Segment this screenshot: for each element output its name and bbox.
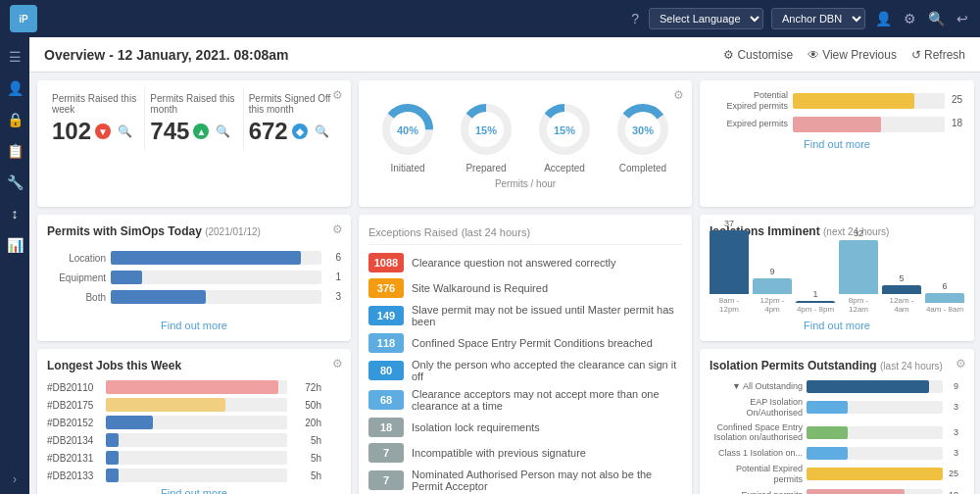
exception-item-5: 68 Clearance acceptors may not accept mo… <box>368 388 682 412</box>
isolation-outstanding-card: ⚙ Isolation Permits Outstanding (last 24… <box>700 349 974 494</box>
find-out-more-jobs[interactable]: Find out more <box>47 487 341 494</box>
sidebar-item-menu[interactable]: ☰ <box>3 45 26 69</box>
donut-chart-accepted: 15% <box>535 100 594 159</box>
job-bar-1 <box>106 380 278 394</box>
customise-button[interactable]: ⚙ Customise <box>723 48 793 62</box>
iso-row-1: EAP Isolation On/Authorised 3 <box>710 397 943 419</box>
search-icon[interactable]: 🔍 <box>926 9 947 28</box>
expired-bar-row: Expired permits 18 <box>710 117 945 132</box>
exc-badge-1088: 1088 <box>368 253 404 272</box>
svg-text:15%: 15% <box>475 124 497 136</box>
search-icon-month[interactable]: 🔍 <box>216 124 230 138</box>
gear-icon: ⚙ <box>723 48 734 62</box>
sidebar-item-user[interactable]: 👤 <box>3 76 26 100</box>
job-row-2: #DB20175 50h <box>47 398 321 412</box>
find-out-more-link-potential[interactable]: Find out more <box>710 138 964 150</box>
jobs-list: #DB20110 72h #DB20175 50h #DB20152 <box>47 380 341 482</box>
iso-row-5: Expired permits 18 <box>710 489 943 494</box>
stats-card: ⚙ Permits Raised this week 102 ▼ 🔍 Permi… <box>37 80 351 207</box>
settings-icon[interactable]: ⚙ <box>902 9 918 28</box>
anchor-select[interactable]: Anchor DBN <box>771 8 865 29</box>
iso-col-12pm: 9 12pm - 4pm <box>753 267 792 315</box>
exception-item-7: 7 Incompatible with previous signature <box>368 443 682 463</box>
nav-right: ? Select Language Anchor DBN 👤 ⚙ 🔍 ↩ <box>629 8 970 29</box>
language-select[interactable]: Select Language <box>649 8 763 29</box>
donut-completed: 30% Completed <box>613 100 672 173</box>
help-icon[interactable]: ? <box>629 9 641 28</box>
jobs-gear-icon[interactable]: ⚙ <box>332 357 343 370</box>
donut-accepted: 15% Accepted <box>535 100 594 173</box>
sidebar: ☰ 👤 🔒 📋 🔧 ↕ 📊 › <box>0 37 29 494</box>
svg-text:15%: 15% <box>554 124 575 136</box>
exc-badge-7a: 7 <box>368 443 404 463</box>
search-icon-signed[interactable]: 🔍 <box>315 124 329 138</box>
refresh-icon: ↺ <box>911 48 921 62</box>
job-bar-3 <box>106 416 153 429</box>
back-icon[interactable]: ↩ <box>955 9 970 28</box>
sidebar-item-chart[interactable]: 📊 <box>3 233 26 257</box>
exception-item-1: 376 Site Walkaround is Required <box>368 278 682 298</box>
simops-bars: Location 6 Equipment 1 Both <box>47 246 341 315</box>
iso-col-8am: 37 8am - 12pm <box>710 219 749 315</box>
sidebar-expand[interactable]: › <box>13 472 17 486</box>
longest-jobs-title: Longest Jobs this Week <box>47 359 341 372</box>
iso-row-0: ▼ All Outstanding 9 <box>710 380 943 393</box>
page-header: Overview - 12 January, 2021. 08:08am ⚙ C… <box>29 37 980 73</box>
svg-text:40%: 40% <box>397 124 418 136</box>
stats-gear-icon[interactable]: ⚙ <box>332 88 343 102</box>
search-icon-week[interactable]: 🔍 <box>118 124 132 138</box>
refresh-button[interactable]: ↺ Refresh <box>911 48 965 62</box>
stat-permits-month: Permits Raised this month 745 ▲ 🔍 <box>144 88 243 150</box>
bar-location: Location 6 <box>52 251 321 265</box>
exceptions-title: Exceptions Raised (last 24 hours) <box>368 224 682 245</box>
job-row-3: #DB20152 20h <box>47 416 321 429</box>
exception-item-3: 118 Confined Space Entry Permit Conditio… <box>368 333 682 353</box>
sidebar-item-tools[interactable]: 🔧 <box>3 171 26 194</box>
exc-badge-7b: 7 <box>368 470 404 490</box>
longest-jobs-card: ⚙ Longest Jobs this Week #DB20110 72h #D… <box>37 349 351 494</box>
job-row-1: #DB20110 72h <box>47 380 321 394</box>
exc-badge-118: 118 <box>368 333 404 353</box>
content-grid: ⚙ Permits Raised this week 102 ▼ 🔍 Permi… <box>29 73 980 494</box>
exception-item-8: 7 Nominated Authorised Person may not al… <box>368 469 682 492</box>
bar-fill-both <box>111 290 206 304</box>
exception-item-0: 1088 Clearance question not answered cor… <box>368 253 682 272</box>
isolations-imminent-card: Isolations Imminent (next 24 hours) 37 8… <box>700 215 974 341</box>
simops-card: ⚙ Permits with SimOps Today (2021/01/12)… <box>37 215 351 341</box>
potential-bar-row: PotentialExpired permits 25 <box>710 90 945 112</box>
exception-item-4: 80 Only the person who accepted the clea… <box>368 359 682 382</box>
iso-bar-12pm <box>753 278 792 294</box>
iso-outstanding-rows: ▼ All Outstanding 9 EAP Isolation On/Aut… <box>710 380 964 494</box>
iso-bar-8am <box>710 230 749 294</box>
sidebar-item-transfer[interactable]: ↕ <box>3 202 26 225</box>
iso-row-3: Class 1 Isolation on... 3 <box>710 447 943 460</box>
find-out-more-isolations[interactable]: Find out more <box>710 320 964 331</box>
view-previous-button[interactable]: 👁 View Previous <box>808 48 897 62</box>
exception-item-6: 18 Isolation lock requirements <box>368 418 682 437</box>
sidebar-item-lock[interactable]: 🔒 <box>3 108 26 131</box>
bar-fill-location <box>111 251 301 265</box>
iso-col-4pm: 1 4pm - 8pm <box>796 289 835 315</box>
simops-gear-icon[interactable]: ⚙ <box>332 222 343 236</box>
sidebar-item-docs[interactable]: 📋 <box>3 139 26 163</box>
donut-chart-prepared: 15% <box>457 100 515 159</box>
neutral-badge: ◆ <box>292 124 308 139</box>
expired-bar <box>793 117 881 132</box>
logo-icon: iP <box>10 5 37 32</box>
find-out-more-simops[interactable]: Find out more <box>47 320 341 331</box>
donut-prepared: 15% Prepared <box>457 100 515 173</box>
stats-row: Permits Raised this week 102 ▼ 🔍 Permits… <box>47 88 341 150</box>
user-icon[interactable]: 👤 <box>873 9 894 28</box>
down-badge: ▼ <box>95 124 111 139</box>
iso-outstanding-gear-icon[interactable]: ⚙ <box>956 357 966 370</box>
job-bar-6 <box>106 469 119 482</box>
donut-chart-initiated: 40% <box>378 100 437 159</box>
exc-badge-149: 149 <box>368 306 404 325</box>
donut-chart-completed: 30% <box>613 100 672 159</box>
iso-bar-4am <box>925 293 964 303</box>
exc-badge-18: 18 <box>368 418 404 437</box>
iso-row-2: Confined Space Entry Isolation on/author… <box>710 422 943 444</box>
bar-both: Both 3 <box>52 290 321 304</box>
donuts-gear-icon[interactable]: ⚙ <box>673 88 684 102</box>
job-row-5: #DB20131 5h <box>47 451 321 465</box>
